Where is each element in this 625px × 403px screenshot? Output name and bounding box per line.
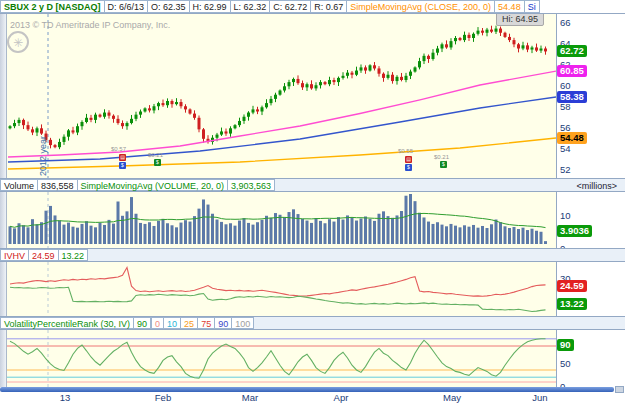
ivhv-header-row: IVHV 24.59 13.22	[0, 248, 625, 262]
quote-low: L: 62.32	[231, 0, 271, 13]
time-axis-label: Apr	[334, 392, 349, 403]
vpr-param-100: 100	[232, 317, 254, 329]
volume-unit-label: <millions>	[576, 181, 617, 191]
vpr-param-75: 75	[198, 317, 215, 329]
event-amount-label: $0.55	[398, 148, 413, 154]
sma-close-value: 54.48	[495, 0, 525, 13]
volume-header-row: Volume 836,558 SimpleMovingAvg (VOLUME, …	[0, 178, 625, 192]
volume-value: 836,558	[38, 179, 78, 191]
dividend-icon[interactable]: $	[154, 159, 161, 166]
quote-range: R: 0.67	[311, 0, 347, 13]
price-badge: 62.72	[557, 45, 587, 57]
vpr-study-label[interactable]: VolatilityPercentileRank (30, IV)	[0, 317, 134, 329]
volume-axis[interactable]: 1003.9036	[557, 192, 625, 248]
quote-date: D: 6/6/13	[105, 0, 149, 13]
axis-tick-label: 52	[560, 164, 571, 175]
time-scrollbar[interactable]	[0, 387, 614, 392]
vpr-current-value: 90	[134, 317, 151, 329]
vpr-param-90: 90	[215, 317, 232, 329]
vpr-chart-canvas[interactable]	[0, 330, 556, 387]
truncated-study-label[interactable]: Si	[525, 0, 540, 13]
axis-tick-label: 50	[560, 358, 571, 369]
volume-sma-study-label[interactable]: SimpleMovingAvg (VOLUME, 20, 0)	[78, 179, 228, 191]
time-axis-label: Mar	[242, 392, 258, 403]
year-divider-label: 2012 year	[38, 106, 50, 176]
left-edge-strip	[0, 14, 7, 387]
volume-sma-value: 3,903,563	[228, 179, 275, 191]
hv-value: 13.22	[59, 249, 89, 261]
price-badge: 90	[557, 339, 574, 351]
price-badge: 24.59	[557, 280, 587, 292]
time-axis-label: 13	[60, 392, 71, 403]
vpr-param-10: 10	[164, 317, 181, 329]
thinkorswim-chart-window: SBUX 2 y D [NASDAQ] D: 6/6/13 O: 62.35 H…	[0, 0, 625, 403]
quote-close: C: 62.72	[270, 0, 311, 13]
vpr-header-row: VolatilityPercentileRank (30, IV) 90 010…	[0, 316, 625, 330]
event-amount-label: $0.21	[434, 154, 449, 160]
event-amount-label: $0.21	[148, 152, 163, 158]
price-chart-canvas[interactable]	[0, 14, 556, 178]
dividend-icon[interactable]: $	[119, 162, 126, 169]
price-badge: 13.22	[557, 298, 587, 310]
vpr-param-0: 0	[151, 317, 164, 329]
volume-chart-panel[interactable]	[0, 192, 557, 248]
ivhv-study-label[interactable]: IVHV	[0, 249, 29, 261]
earnings-icon[interactable]: ▤	[405, 156, 412, 163]
vpr-parameter-cells: 010257590100	[151, 317, 254, 329]
vpr-chart-panel[interactable]	[0, 330, 557, 387]
event-amount-label: $0.57	[111, 146, 126, 152]
earnings-icon[interactable]: ▤	[119, 154, 126, 161]
time-axis[interactable]: 13FebMarAprMayJun	[0, 392, 625, 403]
time-axis-label: May	[443, 392, 461, 403]
axis-tick-label: 54	[560, 143, 571, 154]
symbol-description[interactable]: SBUX 2 y D [NASDAQ]	[0, 0, 105, 13]
price-axis[interactable]: 666462605856545262.7260.8558.3854.48	[557, 14, 625, 178]
ivhv-chart-panel[interactable]	[0, 262, 557, 316]
vpr-axis[interactable]: 50090	[557, 330, 625, 387]
scrollbar-end-button[interactable]	[615, 386, 624, 393]
iv-value: 24.59	[29, 249, 59, 261]
dividend-icon[interactable]: $	[405, 164, 412, 171]
price-badge: 54.48	[557, 132, 587, 144]
axis-tick-label: 10	[560, 210, 571, 221]
dividend-icon[interactable]: $	[440, 161, 447, 168]
vpr-param-25: 25	[181, 317, 198, 329]
axis-tick-label: 66	[560, 17, 571, 28]
quote-high: H: 62.99	[190, 0, 231, 13]
axis-tick-label: 60	[560, 80, 571, 91]
volume-chart-canvas[interactable]	[0, 192, 556, 248]
price-chart-panel[interactable]: 2013 © TD Ameritrade IP Company, Inc. ✳ …	[0, 14, 557, 178]
sma-close-study-label[interactable]: SimpleMovingAvg (CLOSE, 200, 0)	[347, 0, 495, 13]
price-badge: 3.9036	[557, 225, 592, 237]
volume-study-label[interactable]: Volume	[0, 179, 38, 191]
high-value-tooltip: Hi: 64.95	[496, 12, 544, 26]
ivhv-axis[interactable]: 302024.5913.22	[557, 262, 625, 316]
price-badge: 60.85	[557, 65, 587, 77]
copyright-watermark: 2013 © TD Ameritrade IP Company, Inc.	[10, 20, 170, 30]
price-badge: 58.38	[557, 91, 587, 103]
chart-header-row: SBUX 2 y D [NASDAQ] D: 6/6/13 O: 62.35 H…	[0, 0, 625, 14]
quote-open: O: 62.35	[148, 0, 190, 13]
ivhv-chart-canvas[interactable]	[0, 262, 556, 316]
watermark-logo: ✳	[7, 31, 29, 53]
time-axis-label: Feb	[155, 392, 171, 403]
time-axis-label: Jun	[532, 392, 547, 403]
